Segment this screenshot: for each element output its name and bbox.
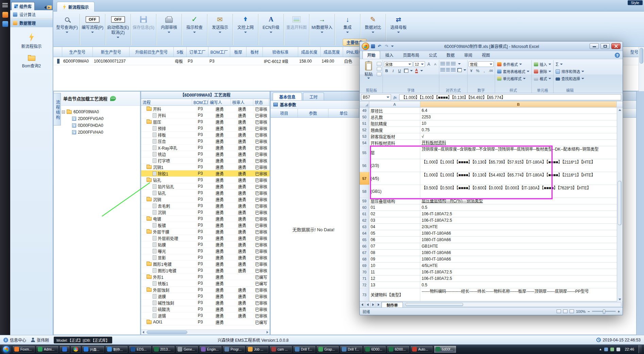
excel-row[interactable]: 63042/3LHTE (360, 224, 617, 230)
style-menu[interactable]: Style (628, 0, 643, 5)
number-format-select[interactable]: 常规 (469, 61, 494, 67)
excel-cell-a[interactable]: 层 (369, 146, 420, 159)
info-column-header[interactable]: 单位 (328, 109, 359, 117)
taskbar-button[interactable]: cam ... (270, 345, 292, 353)
excel-row[interactable]: 58(GB1)【0.500】【0.500】【■■■■】【0.600】【0.000… (360, 185, 617, 198)
excel-cell-b[interactable]: 106-IT-180A72.5 (420, 217, 617, 223)
excel-cell-a[interactable]: 总孔数 (369, 114, 420, 120)
last-sheet-icon[interactable] (376, 302, 382, 307)
process-row[interactable]: 预排P3唐勇唐勇已审核 (141, 125, 270, 132)
dropdown-arrow-icon[interactable] (321, 32, 323, 33)
excel-row[interactable]: 56(2/3)【1.000】【1.000】【■■■■】【0.130】【65.73… (360, 159, 617, 172)
process-row[interactable]: 沉铜P3唐勇唐勇已审核 (141, 196, 270, 203)
excel-cell-b[interactable]: 0.5 (420, 282, 617, 288)
process-row[interactable]: 层压P3唐勇唐勇已审核 (141, 119, 270, 125)
taskbar-button[interactable]: Grap... (317, 345, 339, 353)
security-icon[interactable] (610, 348, 614, 351)
align-right-icon[interactable] (451, 68, 456, 72)
taskbar-button[interactable]: Progr... (223, 345, 245, 353)
dropdown-arrow-icon[interactable] (244, 32, 247, 33)
process-row[interactable]: X-Ray冲孔P3唐勇唐勇已审核 (141, 145, 270, 151)
process-row[interactable]: 退锡P3唐勇唐勇已审核 (141, 313, 270, 319)
excel-row-header[interactable]: 54 (360, 140, 369, 146)
excel-cell-a[interactable]: (GB1) (369, 185, 420, 198)
process-row[interactable]: 铅片钻孔P3唐勇唐勇已审核 (141, 183, 270, 190)
excel-cell-a[interactable]: 09 (369, 256, 420, 262)
tree-item[interactable]: 0D00F0HDA0 (62, 122, 139, 129)
column-header-a[interactable]: A (369, 101, 420, 107)
collapse-left-icon[interactable] (44, 6, 46, 9)
excel-cell-a[interactable]: 05 (369, 230, 420, 236)
dropdown-arrow-icon[interactable] (91, 32, 94, 33)
excel-row-header[interactable]: 59 (360, 198, 369, 204)
excel-cell-a[interactable]: 13 (369, 282, 420, 288)
excel-cell-b[interactable]: 2/3LHTE (420, 224, 617, 230)
process-row[interactable]: 外层蚀刻P3唐勇唐勇已审核 (141, 287, 270, 293)
process-row[interactable]: 图形1电镀P3唐勇唐勇已审核 (141, 261, 270, 267)
taskbar-button[interactable]: Admi... (36, 345, 58, 353)
excel-cell-b[interactable]: √ (420, 133, 617, 139)
dropdown-arrow-icon[interactable] (397, 32, 400, 33)
ribbon-button[interactable]: ECN升级 (259, 13, 283, 47)
tab-component-library[interactable]: 组件库 (11, 2, 35, 10)
format-painter-icon[interactable] (377, 72, 382, 76)
find-select-button[interactable]: 查找和选择 (555, 75, 585, 82)
paste-button[interactable]: 粘贴 (361, 61, 376, 88)
excel-row-header[interactable]: 67 (360, 250, 369, 256)
increase-decimal-icon[interactable] (488, 68, 494, 73)
dropdown-arrow-icon[interactable] (270, 32, 272, 33)
excel-cell-b[interactable]: 开料板材资料 (420, 140, 617, 146)
excel-cell-b[interactable]: 【1.000】【1.000】【■■■■】【0.130】【65.739】【57.9… (420, 159, 617, 172)
grid-column-header[interactable]: 新生产型号 (93, 47, 130, 57)
comma-icon[interactable] (481, 68, 487, 73)
process-row[interactable]: 外层前处理P3唐勇唐勇已审核 (141, 235, 270, 241)
start-button[interactable] (2, 345, 10, 353)
info-center-label[interactable]: 信息中心 (10, 337, 26, 343)
process-row[interactable]: AOI1P3唐勇已编写 (141, 319, 270, 325)
excel-tab-页面布局[interactable]: 页面布局 (399, 51, 424, 59)
excel-cell-b[interactable]: 106-IT-180A72.5 (420, 275, 617, 282)
process-row[interactable]: 开料P3唐勇唐勇已审核 (141, 112, 270, 119)
align-center-icon[interactable] (446, 68, 450, 72)
ribbon-button[interactable]: 保存信息(S) (131, 13, 156, 47)
excel-row-header[interactable]: 62 (360, 217, 369, 223)
minimize-button[interactable] (590, 43, 599, 49)
quick-access-dropdown-icon[interactable] (391, 46, 394, 47)
insert-cells-button[interactable]: 插入 (533, 61, 552, 67)
excel-cell-a[interactable]: (4/5) (369, 172, 420, 185)
excel-row-header[interactable]: 65 (360, 237, 369, 243)
ribbon-button[interactable]: OFF编写流程(P) (80, 13, 105, 47)
save-icon[interactable] (371, 44, 375, 48)
taskbar-button[interactable]: Foxm... (13, 345, 35, 353)
autosum-button[interactable] (555, 61, 585, 67)
excel-row[interactable]: 64051080-IT-180A66 (360, 230, 617, 237)
grid-cell[interactable]: 149.00 (321, 59, 343, 64)
info-center-icon[interactable] (3, 338, 8, 342)
process-row[interactable]: 显影P3唐勇唐勇已审核 (141, 254, 270, 261)
grid-column-header[interactable]: BOM工厂 (208, 47, 230, 57)
excel-row-header[interactable]: 68 (360, 256, 369, 262)
zoom-slider[interactable] (592, 311, 616, 312)
toggle-off[interactable]: OFF (111, 16, 125, 22)
dropdown-arrow-icon[interactable] (168, 32, 170, 33)
process-column-header[interactable]: 核审人 (231, 99, 253, 105)
excel-row[interactable]: 67081080-IT-180A66 (360, 250, 617, 256)
grid-cell[interactable]: P3 (208, 59, 230, 64)
excel-row-header[interactable]: 71 (360, 275, 369, 282)
excel-row[interactable]: 7011106-IT-180A72.5 (360, 269, 617, 275)
excel-cell-a[interactable]: 厚径比 (369, 107, 420, 114)
percent-icon[interactable] (475, 68, 480, 73)
process-row[interactable]: 贴膜P3唐勇唐勇已审核 (141, 241, 270, 248)
excel-cell-b[interactable]: 1080-IT-180A66 (420, 256, 617, 262)
grid-cell[interactable]: 6D00F09WA0 (62, 59, 93, 64)
tree-item-root[interactable]: 6D00F09WA0 (62, 108, 139, 115)
grid-cell[interactable]: P3 (187, 59, 208, 64)
ribbon-button[interactable]: 发送指示 (208, 13, 232, 47)
office-button[interactable] (362, 43, 369, 50)
info-column-header[interactable]: 项目 (271, 109, 298, 117)
app-icon-orange[interactable] (2, 12, 8, 18)
excel-row[interactable]: 65061080-IT-180A66 (360, 237, 617, 243)
excel-row[interactable]: 69104/5LHTE (360, 263, 617, 269)
excel-row-header[interactable]: 53 (360, 133, 369, 139)
menu-icon[interactable] (2, 3, 8, 7)
